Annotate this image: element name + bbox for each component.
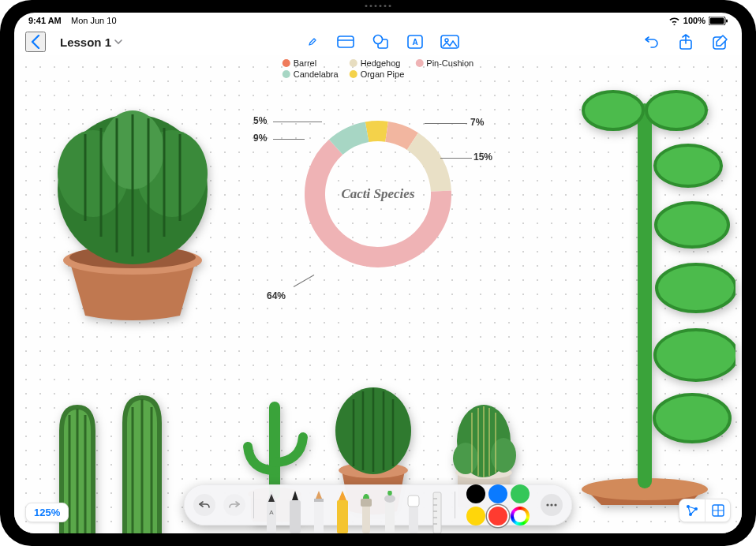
color-green[interactable] [511,484,530,503]
compose-button[interactable] [710,32,731,52]
legend-label: Hedgehog [361,58,401,68]
svg-point-36 [657,264,735,312]
pct-label-9: 9% [253,133,267,144]
color-yellow[interactable] [466,507,485,525]
svg-rect-80 [408,496,419,507]
undo-button[interactable] [641,32,661,52]
legend-label: Barrel [294,58,316,68]
pct-label-7: 7% [470,117,484,128]
svg-point-10 [445,39,448,42]
toolbar-more-button[interactable] [541,494,563,516]
battery-icon [709,17,728,25]
battery-percent: 100% [683,16,705,25]
svg-rect-74 [337,500,348,533]
svg-point-34 [655,145,721,186]
legend-label: Organ Pipe [361,69,405,79]
svg-point-37 [655,330,735,380]
pct-label-5: 5% [253,115,267,126]
tool-tray: A [262,484,447,525]
tall-plant-drawing[interactable] [538,63,735,505]
svg-rect-75 [362,505,370,533]
svg-rect-71 [290,500,301,533]
view-controls [679,499,731,522]
svg-rect-73 [314,499,324,502]
wifi-icon [668,17,680,25]
svg-rect-72 [314,499,324,533]
svg-point-35 [656,203,728,247]
board-title-label: Lesson 1 [60,36,111,49]
share-button[interactable] [676,32,696,52]
fill-tool[interactable] [380,488,399,533]
svg-point-57 [453,443,478,474]
zoom-label: 125% [34,507,60,518]
chart-title: Cacti Species [299,115,457,273]
navigator-button[interactable] [679,499,705,522]
eraser-tool[interactable] [404,488,423,533]
svg-point-88 [550,503,552,506]
marker-tool[interactable] [286,488,305,533]
shapes-button[interactable] [370,32,391,52]
svg-point-89 [554,503,556,506]
drawing-tool-button[interactable] [304,33,321,50]
app-toolbar: Lesson 1 A [14,28,742,55]
donut-chart[interactable]: Cacti Species [299,115,457,273]
svg-rect-1 [710,17,724,24]
color-red[interactable] [488,507,507,525]
svg-rect-77 [385,502,395,533]
color-palette [466,484,530,525]
svg-point-33 [646,92,706,129]
svg-point-32 [583,92,643,129]
crayon-tool[interactable] [333,488,352,533]
media-button[interactable] [440,32,460,52]
status-bar: 9:41 AM Mon Jun 10 100% [14,13,742,28]
pct-label-64: 64% [267,290,286,301]
status-time: 9:41 AM [28,16,62,25]
status-date: Mon Jun 10 [71,16,116,25]
freeform-canvas[interactable]: Barrel Hedgehog Pin-Cushion Candelabra O… [14,55,742,533]
drawing-toolbar: A [184,484,572,525]
grid-toggle-button[interactable] [705,499,730,522]
sticky-note-button[interactable] [335,32,356,52]
color-picker-button[interactable] [511,507,530,525]
svg-point-78 [384,495,395,503]
draw-redo-button[interactable] [223,494,245,516]
svg-point-87 [546,503,548,506]
svg-rect-2 [726,19,728,22]
draw-undo-button[interactable] [193,494,215,516]
svg-point-58 [491,438,516,473]
svg-rect-76 [361,499,372,507]
legend-label: Pin-Cushion [426,58,473,68]
toolbar-divider [253,492,254,518]
text-box-button[interactable]: A [405,32,425,52]
pen-tool[interactable]: A [262,488,281,533]
toolbar-divider [455,492,455,518]
ruler-tool[interactable] [428,488,447,533]
svg-rect-79 [409,505,418,533]
chart-legend: Barrel Hedgehog Pin-Cushion Candelabra O… [283,58,473,79]
color-black[interactable] [466,484,485,503]
board-title[interactable]: Lesson 1 [60,36,122,49]
pct-label-15: 15% [473,151,492,163]
svg-point-38 [654,395,730,442]
pencil-tool[interactable] [309,488,328,533]
svg-rect-3 [338,36,354,47]
potted-cactus-image[interactable] [38,79,227,323]
back-button[interactable] [25,32,46,52]
svg-text:A: A [412,38,417,47]
legend-label: Candelabra [294,69,339,79]
zoom-level-button[interactable]: 125% [25,503,69,522]
brush-tool[interactable] [357,488,376,533]
color-blue[interactable] [488,484,507,503]
svg-text:A: A [269,509,274,516]
device-sensor-dots [365,5,391,7]
svg-point-6 [373,36,382,44]
chevron-down-icon [114,39,122,45]
